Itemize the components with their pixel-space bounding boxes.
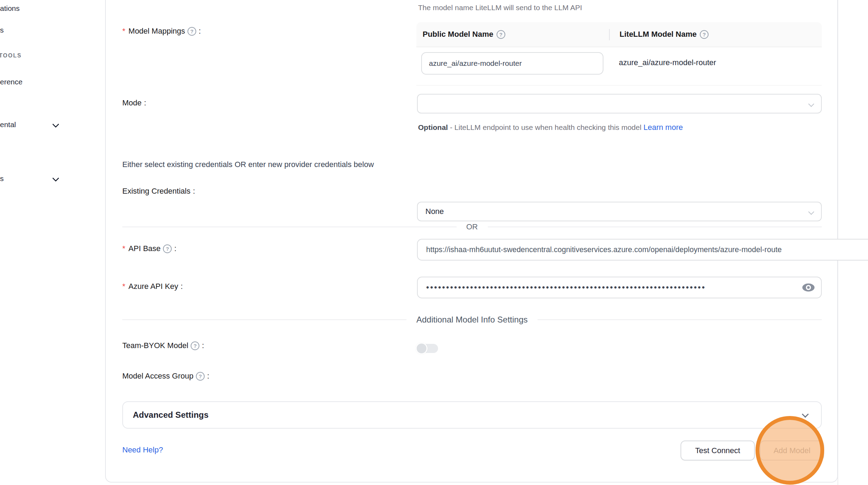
help-icon[interactable]: ?: [700, 30, 709, 39]
advanced-settings-title: Advanced Settings: [133, 410, 209, 420]
azure-api-key-input[interactable]: ••••••••••••••••••••••••••••••••••••••••…: [417, 277, 822, 298]
model-mappings-label: * Model Mappings ? :: [122, 27, 201, 36]
sidebar-item-clipped-1[interactable]: ations: [0, 4, 20, 13]
toggle-knob: [416, 342, 428, 354]
required-asterisk: *: [122, 282, 125, 291]
sidebar-item-clipped-3[interactable]: erence: [0, 78, 22, 86]
required-asterisk: *: [122, 27, 125, 36]
help-icon[interactable]: ?: [191, 341, 199, 350]
litellm-model-name-hint: The model name LiteLLM will send to the …: [418, 4, 582, 12]
advanced-settings-panel[interactable]: Advanced Settings: [122, 401, 822, 429]
eye-icon: [802, 282, 815, 293]
additional-settings-divider: Additional Model Info Settings: [122, 315, 822, 325]
help-icon[interactable]: ?: [187, 27, 196, 36]
litellm-model-name-header: LiteLLM Model Name ?: [609, 30, 709, 39]
add-model-page: ations s TOOLS erence ental s The model …: [0, 0, 868, 485]
chevron-down-icon: [53, 122, 59, 127]
help-icon[interactable]: ?: [163, 244, 172, 253]
public-model-name-header: Public Model Name ?: [416, 30, 609, 39]
sidebar-item-clipped-2[interactable]: s: [0, 26, 4, 34]
help-icon[interactable]: ?: [196, 372, 205, 381]
required-asterisk: *: [122, 244, 125, 253]
api-base-label: * API Base ? :: [122, 244, 176, 253]
model-mappings-table-row: azure_ai/azure-model-router: [416, 47, 822, 86]
or-divider: OR: [122, 222, 822, 231]
model-mappings-table-header: Public Model Name ? LiteLLM Model Name ?: [416, 22, 822, 47]
chevron-down-icon: [809, 102, 814, 107]
model-access-group-label: Model Access Group ? :: [122, 372, 209, 381]
need-help-link[interactable]: Need Help?: [122, 445, 163, 455]
sidebar-section-tools: TOOLS: [0, 53, 22, 59]
existing-credentials-label: Existing Credentials :: [122, 187, 195, 196]
learn-more-link[interactable]: Learn more: [643, 123, 683, 132]
header-divider: [609, 29, 610, 40]
mode-hint: Optional - LiteLLM endpoint to use when …: [418, 120, 702, 134]
mode-select[interactable]: [417, 94, 822, 113]
api-base-input[interactable]: [417, 239, 868, 261]
model-mappings-table: Public Model Name ? LiteLLM Model Name ?…: [416, 22, 822, 86]
sidebar-item-clipped-4[interactable]: ental: [0, 120, 16, 129]
toggle-password-visibility-button[interactable]: [801, 282, 815, 294]
add-model-button[interactable]: Add Model: [760, 441, 824, 460]
credentials-note: Either select existing credentials OR en…: [122, 160, 374, 169]
chevron-down-icon: [53, 176, 59, 181]
azure-api-key-label: * Azure API Key :: [122, 282, 183, 291]
team-byok-label: Team-BYOK Model ? :: [122, 341, 204, 350]
litellm-model-name-value: azure_ai/azure-model-router: [619, 58, 716, 67]
team-byok-toggle[interactable]: [416, 342, 438, 354]
chevron-down-icon: [809, 210, 814, 215]
existing-credentials-select[interactable]: None: [417, 202, 822, 221]
mode-label: Mode :: [122, 98, 146, 108]
chevron-down-icon: [803, 412, 808, 417]
help-icon[interactable]: ?: [497, 30, 505, 39]
masked-api-key: ••••••••••••••••••••••••••••••••••••••••…: [426, 277, 791, 298]
test-connect-button[interactable]: Test Connect: [681, 441, 755, 460]
sidebar-item-clipped-5[interactable]: s: [0, 174, 4, 183]
public-model-name-input[interactable]: [421, 52, 603, 75]
